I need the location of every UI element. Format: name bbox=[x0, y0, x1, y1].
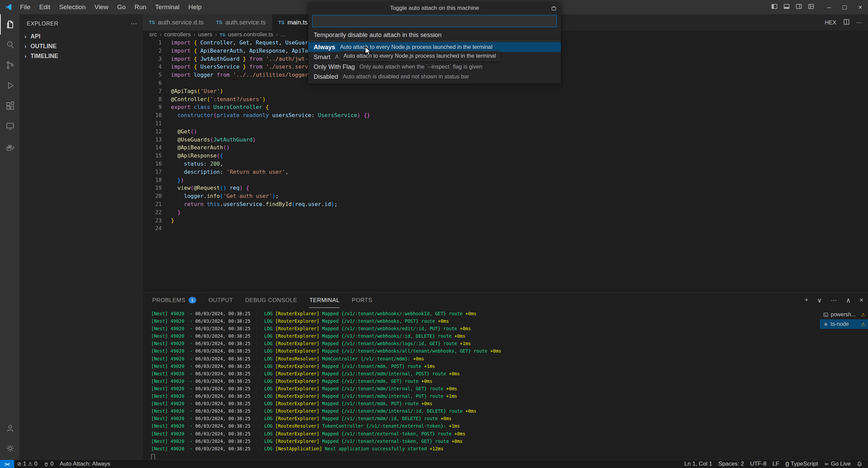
menu-view[interactable]: View bbox=[90, 0, 113, 14]
breadcrumb-item[interactable]: src bbox=[149, 31, 157, 38]
sidebar-title: EXPLORER bbox=[27, 20, 58, 27]
terminal-profile-icon[interactable]: ∨ bbox=[817, 296, 822, 304]
terminal-log-line: [Nest] 49020 - 06/03/2024, 00:38:25 LOG … bbox=[151, 370, 501, 377]
line-number: 3 bbox=[143, 55, 162, 63]
quickpick-item-label: Disabled bbox=[314, 73, 338, 80]
problems-status[interactable]: ⊘ 1 ⚠ 0 bbox=[14, 460, 41, 468]
menu-run[interactable]: Run bbox=[130, 0, 151, 14]
activity-explorer[interactable] bbox=[0, 14, 19, 35]
menu-go[interactable]: Go bbox=[113, 0, 130, 14]
language-status[interactable]: {} TypeScript bbox=[782, 460, 821, 468]
code-line: 14 @ApiBearerAuth() bbox=[143, 144, 868, 152]
menu-selection[interactable]: Selection bbox=[55, 0, 90, 14]
line-number: 7 bbox=[143, 87, 162, 95]
activity-remote-explorer[interactable] bbox=[0, 116, 19, 136]
tab-auth-service-ts[interactable]: TSauth.service.ts bbox=[210, 14, 272, 31]
maximize-icon[interactable]: □ bbox=[837, 0, 852, 14]
terminal-output[interactable]: [Nest] 49020 - 06/03/2024, 00:38:25 LOG … bbox=[151, 310, 501, 461]
toggle-secondary-sidebar-icon[interactable] bbox=[795, 3, 802, 11]
panel-tab-label: PORTS bbox=[352, 297, 372, 304]
menu-terminal[interactable]: Terminal bbox=[151, 0, 184, 14]
menu-help[interactable]: Help bbox=[184, 0, 206, 14]
line-number: 13 bbox=[143, 136, 162, 144]
eol-status[interactable]: LF bbox=[769, 460, 782, 468]
account-icon bbox=[5, 423, 15, 433]
sidebar-section-api[interactable]: ›API bbox=[19, 32, 143, 41]
encoding-status[interactable]: UTF-8 bbox=[747, 460, 769, 468]
activity-run-debug[interactable] bbox=[0, 75, 19, 96]
terminal-instance-powersh[interactable]: powersh...⚠ bbox=[820, 310, 868, 319]
explorer-more-icon[interactable]: ⋯ bbox=[131, 20, 137, 27]
close-panel-icon[interactable]: × bbox=[860, 296, 863, 304]
breadcrumb-tail[interactable]: ... bbox=[280, 31, 285, 38]
toggle-panel-icon[interactable] bbox=[783, 3, 790, 11]
auto-attach-status[interactable]: Auto Attach: Always bbox=[57, 460, 113, 468]
activity-source-control[interactable] bbox=[0, 55, 19, 75]
panel-tab-label: TERMINAL bbox=[309, 297, 339, 304]
customize-layout-icon[interactable] bbox=[808, 3, 814, 11]
code-line: 13 @UseGuards(JwtAuthGuard) bbox=[143, 136, 868, 144]
quickpick-item-always[interactable]: AlwaysAuto attach to every Node.js proce… bbox=[308, 42, 561, 52]
panel-tab-debug-console[interactable]: DEBUG CONSOLE bbox=[245, 293, 297, 308]
activity-accounts[interactable] bbox=[0, 418, 19, 438]
indentation-status[interactable]: Spaces: 2 bbox=[715, 460, 747, 468]
remote-indicator[interactable]: >< bbox=[0, 460, 14, 468]
panel-tab-bar: PROBLEMS1OUTPUTDEBUG CONSOLETERMINALPORT… bbox=[143, 293, 868, 308]
line-text: } bbox=[162, 217, 174, 225]
menu-file[interactable]: File bbox=[16, 0, 35, 14]
close-icon[interactable]: × bbox=[852, 0, 868, 14]
breadcrumb-item[interactable]: users bbox=[198, 31, 212, 38]
tab-auth-service-d-ts[interactable]: TSauth.service.d.ts bbox=[143, 14, 210, 31]
line-number: 5 bbox=[143, 71, 162, 79]
activity-docker[interactable] bbox=[0, 136, 19, 157]
go-live-status[interactable]: Go Live bbox=[821, 460, 854, 468]
breadcrumb-item[interactable]: controllers bbox=[164, 31, 191, 38]
ports-status[interactable]: 0 bbox=[41, 460, 57, 468]
quickpick-item-disabled[interactable]: DisabledAuto attach is disabled and not … bbox=[308, 72, 561, 81]
cursor-position-status[interactable]: Ln 1, Col 1 bbox=[681, 460, 715, 468]
activity-search[interactable] bbox=[0, 35, 19, 55]
panel-tab-output[interactable]: OUTPUT bbox=[209, 293, 233, 308]
terminal-instance-ts-node[interactable]: ts-node⚠ bbox=[820, 319, 868, 329]
minimize-icon[interactable]: – bbox=[821, 0, 837, 14]
plug-icon bbox=[44, 462, 49, 467]
menu-edit[interactable]: Edit bbox=[35, 0, 55, 14]
new-terminal-icon[interactable]: + bbox=[805, 296, 808, 304]
warning-icon: ⚠ bbox=[28, 461, 33, 467]
maximize-panel-icon[interactable]: ∧ bbox=[846, 296, 851, 304]
code-line: 7@ApiTags('User') bbox=[143, 87, 868, 95]
tooltip: Auto attach to every Node.js process lau… bbox=[340, 51, 499, 61]
breadcrumb-file[interactable]: users.controller.ts bbox=[228, 31, 273, 38]
hex-editor-action[interactable]: HEX bbox=[825, 19, 836, 26]
briefcase-icon[interactable] bbox=[551, 5, 557, 11]
sidebar-section-outline[interactable]: ›OUTLINE bbox=[19, 41, 143, 51]
line-number: 9 bbox=[143, 103, 162, 111]
section-label: OUTLINE bbox=[31, 43, 57, 50]
panel-more-icon[interactable]: ⋯ bbox=[831, 296, 837, 304]
panel-tab-terminal[interactable]: TERMINAL bbox=[309, 293, 339, 308]
sidebar-section-timeline[interactable]: ›TIMELINE bbox=[19, 51, 143, 61]
toggle-sidebar-icon[interactable] bbox=[771, 3, 778, 11]
line-text: } bbox=[162, 208, 181, 217]
chevron-right-icon: › bbox=[276, 31, 278, 38]
notifications-status[interactable] bbox=[854, 460, 865, 468]
gear-icon bbox=[5, 443, 15, 453]
line-number: 23 bbox=[143, 217, 162, 225]
explorer-sections: ›API›OUTLINE›TIMELINE bbox=[19, 32, 143, 61]
panel-tab-problems[interactable]: PROBLEMS1 bbox=[152, 293, 196, 308]
vscode-logo-icon bbox=[5, 3, 12, 11]
quickpick-input[interactable] bbox=[313, 15, 556, 27]
split-editor-icon[interactable] bbox=[843, 19, 850, 26]
quickpick-item-only-with-flag[interactable]: Only With FlagOnly auto attach when the … bbox=[308, 62, 561, 72]
editor-more-icon[interactable]: ⋯ bbox=[856, 19, 862, 26]
panel-tab-ports[interactable]: PORTS bbox=[352, 293, 372, 308]
activity-settings[interactable] bbox=[0, 438, 19, 458]
line-number: 18 bbox=[143, 176, 162, 184]
line-text: return this.usersService.findById(req.us… bbox=[162, 200, 337, 208]
chevron-right-icon: › bbox=[23, 33, 28, 40]
quickpick-separator bbox=[308, 41, 561, 41]
section-label: API bbox=[31, 33, 40, 40]
activity-extensions[interactable] bbox=[0, 96, 19, 116]
remote-explorer-icon bbox=[5, 121, 15, 131]
quickpick-item-temporarily-disable-auto-attach-in-this-session[interactable]: Temporarily disable auto attach in this … bbox=[308, 30, 561, 40]
